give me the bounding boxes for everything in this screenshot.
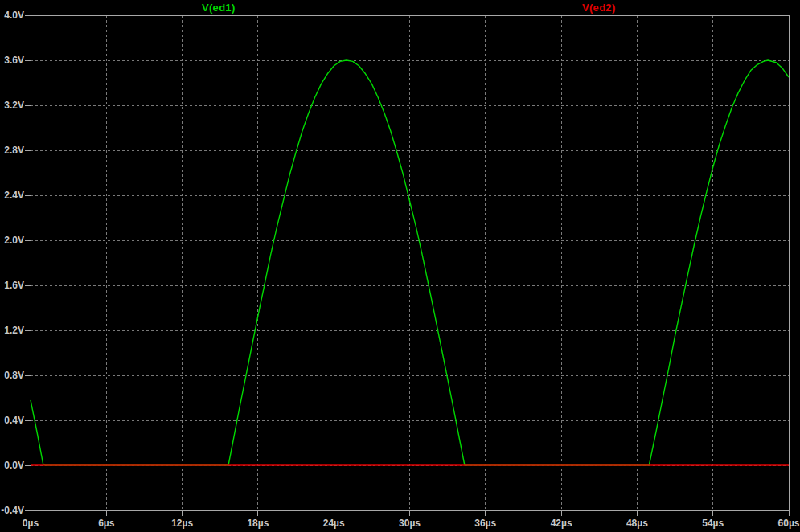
y-tick-label: 0.4V <box>4 415 24 426</box>
x-tick-label: 48µs <box>626 518 648 529</box>
x-tick-label: 42µs <box>551 518 572 529</box>
x-tick-label: 24µs <box>323 518 345 529</box>
x-tick-label: 30µs <box>399 518 421 529</box>
waveform-viewer-pane: V(ed1) V(ed2) 4.0V3.6V3.2V2.8V2.4V2.0V1.… <box>0 0 800 532</box>
x-tick-label: 6µs <box>98 518 115 529</box>
x-tick-label: 0µs <box>23 518 39 529</box>
y-tick-label: 3.2V <box>4 100 24 111</box>
y-tick-label: 3.6V <box>4 55 24 66</box>
y-tick-label: 1.6V <box>4 280 24 291</box>
x-tick-label: 36µs <box>474 518 496 529</box>
y-tick-label: 2.4V <box>4 190 24 201</box>
y-tick-label: -0.4V <box>1 505 24 516</box>
y-tick-label: 1.2V <box>4 325 24 336</box>
waveform-plot[interactable]: 4.0V3.6V3.2V2.8V2.4V2.0V1.6V1.2V0.8V0.4V… <box>0 0 800 532</box>
x-tick-label: 60µs <box>778 518 800 529</box>
y-tick-label: 0.8V <box>4 370 24 381</box>
y-tick-label: 2.0V <box>4 235 24 246</box>
x-tick-label: 18µs <box>247 518 269 529</box>
y-tick-label: 0.0V <box>4 460 24 471</box>
x-tick-label: 12µs <box>171 518 193 529</box>
y-tick-label: 4.0V <box>4 10 24 21</box>
y-tick-label: 2.8V <box>4 145 24 156</box>
x-tick-label: 54µs <box>702 518 724 529</box>
